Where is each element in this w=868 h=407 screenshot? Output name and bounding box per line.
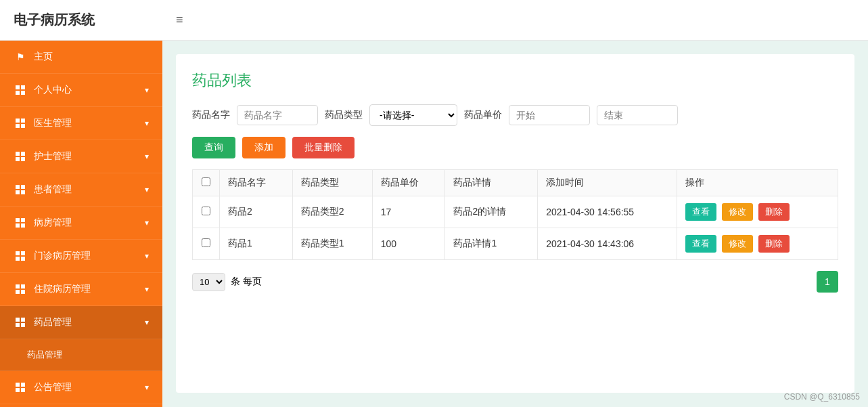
batch-delete-button[interactable]: 批量删除 — [292, 137, 355, 158]
price-label: 药品单价 — [464, 109, 502, 121]
delete-button[interactable]: 删除 — [758, 203, 790, 221]
select-all-checkbox[interactable] — [202, 177, 210, 186]
table-row: 药品1 药品类型1 100 药品详情1 2021-04-30 14:43:06 … — [193, 228, 838, 260]
view-button[interactable]: 查看 — [685, 235, 716, 253]
query-button[interactable]: 查询 — [192, 137, 235, 158]
view-button[interactable]: 查看 — [685, 203, 716, 221]
th-checkbox — [193, 170, 220, 196]
row-name: 药品1 — [220, 228, 293, 260]
app-title: 电子病历系统 — [14, 11, 176, 29]
row-type: 药品类型2 — [292, 196, 372, 228]
grid-icon-announcement — [14, 381, 27, 394]
watermark: CSDN @Q_6310855 — [784, 392, 860, 402]
header: 电子病历系统 ≡ — [0, 0, 868, 41]
grid-icon-personal — [14, 83, 27, 97]
chevron-down-icon-doctor: ▾ — [145, 119, 149, 128]
grid-icon-ward — [14, 216, 27, 230]
sidebar-item-ward-label: 病房管理 — [34, 217, 145, 229]
row-detail: 药品2的详情 — [445, 196, 538, 228]
sidebar-item-ward[interactable]: 病房管理 ▾ — [0, 207, 162, 240]
chevron-down-icon-outpatient: ▾ — [145, 251, 149, 261]
sidebar-item-home-label: 主页 — [34, 51, 149, 63]
row-actions: 查看 修改 删除 — [677, 228, 838, 260]
menu-toggle-icon[interactable]: ≡ — [176, 13, 183, 27]
table-header: 药品名字 药品类型 药品单价 药品详情 添加时间 操作 — [193, 170, 838, 196]
th-price: 药品单价 — [372, 170, 445, 196]
name-label: 药品名字 — [192, 109, 230, 121]
sidebar-item-patient-label: 患者管理 — [34, 184, 145, 196]
th-type: 药品类型 — [292, 170, 372, 196]
sidebar-item-outpatient[interactable]: 门诊病历管理 ▾ — [0, 240, 162, 273]
sidebar-item-home[interactable]: ⚑ 主页 — [0, 41, 162, 74]
delete-button[interactable]: 删除 — [758, 235, 790, 253]
row-actions: 查看 修改 删除 — [677, 196, 838, 228]
table-row: 药品2 药品类型2 17 药品2的详情 2021-04-30 14:56:55 … — [193, 196, 838, 228]
sidebar-item-inpatient[interactable]: 住院病历管理 ▾ — [0, 273, 162, 306]
grid-icon-patient — [14, 183, 27, 196]
sidebar-item-announcement[interactable]: 公告管理 ▾ — [0, 371, 162, 404]
table-body: 药品2 药品类型2 17 药品2的详情 2021-04-30 14:56:55 … — [193, 196, 838, 260]
flag-icon: ⚑ — [14, 50, 27, 64]
th-time: 添加时间 — [538, 170, 677, 196]
row-time: 2021-04-30 14:43:06 — [538, 228, 677, 260]
row-name: 药品2 — [220, 196, 293, 228]
grid-icon-doctor — [14, 116, 27, 130]
th-detail: 药品详情 — [445, 170, 538, 196]
table-header-row: 药品名字 药品类型 药品单价 药品详情 添加时间 操作 — [193, 170, 838, 196]
name-input[interactable] — [237, 105, 318, 125]
chevron-down-icon-announcement: ▾ — [145, 383, 149, 392]
th-name: 药品名字 — [220, 170, 293, 196]
row-type: 药品类型1 — [292, 228, 372, 260]
search-bar: 药品名字 药品类型 -请选择- 药品单价 — [192, 104, 838, 126]
per-page-label: 条 每页 — [231, 276, 262, 288]
sidebar-item-personal-label: 个人中心 — [34, 84, 145, 96]
sidebar-item-personal[interactable]: 个人中心 ▾ — [0, 74, 162, 107]
sidebar-item-nurse-label: 护士管理 — [34, 150, 145, 163]
chevron-down-icon-patient: ▾ — [145, 185, 149, 194]
page-1-button[interactable]: 1 — [817, 271, 838, 293]
grid-icon-nurse — [14, 150, 27, 163]
row-price: 17 — [372, 196, 445, 228]
chevron-down-icon-inpatient: ▾ — [145, 284, 149, 294]
per-page-select[interactable]: 102050 — [192, 273, 225, 291]
row-time: 2021-04-30 14:56:55 — [538, 196, 677, 228]
th-action: 操作 — [677, 170, 838, 196]
add-button[interactable]: 添加 — [242, 137, 285, 158]
sidebar-item-nurse[interactable]: 护士管理 ▾ — [0, 140, 162, 173]
sidebar-item-patient[interactable]: 患者管理 ▾ — [0, 173, 162, 207]
row-checkbox[interactable] — [202, 207, 210, 215]
sidebar-item-medicine-sub-label: 药品管理 — [27, 349, 149, 361]
row-checkbox[interactable] — [202, 238, 210, 247]
chevron-down-icon: ▾ — [145, 85, 149, 95]
grid-icon-medicine — [14, 316, 27, 329]
sidebar-item-doctor[interactable]: 医生管理 ▾ — [0, 107, 162, 140]
row-checkbox-cell — [193, 196, 220, 228]
page-title: 药品列表 — [192, 70, 838, 91]
chevron-down-icon-medicine: ▾ — [145, 318, 149, 327]
row-checkbox-cell — [193, 228, 220, 260]
edit-button[interactable]: 修改 — [722, 235, 753, 253]
sidebar-item-outpatient-label: 门诊病历管理 — [34, 250, 145, 262]
sidebar-item-medicine-sub[interactable]: 药品管理 — [0, 339, 162, 371]
sidebar-item-announcement-label: 公告管理 — [34, 381, 145, 393]
row-price: 100 — [372, 228, 445, 260]
type-select[interactable]: -请选择- — [369, 104, 457, 126]
grid-icon-outpatient — [14, 249, 27, 263]
sidebar-sub-medicine: 药品管理 — [0, 339, 162, 371]
medicine-table: 药品名字 药品类型 药品单价 药品详情 添加时间 操作 药品2 药品类型2 17… — [192, 169, 838, 260]
sidebar: ⚑ 主页 个人中心 ▾ 医生管理 ▾ 护士管理 ▾ — [0, 41, 162, 407]
main-content: 药品列表 药品名字 药品类型 -请选择- 药品单价 查询 添加 批量删除 — [162, 41, 868, 407]
chevron-down-icon-ward: ▾ — [145, 218, 149, 228]
pagination: 102050 条 每页 1 — [192, 271, 838, 293]
content-card: 药品列表 药品名字 药品类型 -请选择- 药品单价 查询 添加 批量删除 — [176, 54, 854, 393]
grid-icon-inpatient — [14, 282, 27, 296]
sidebar-item-medicine[interactable]: 药品管理 ▾ — [0, 306, 162, 339]
action-bar: 查询 添加 批量删除 — [192, 137, 838, 158]
price-start-input[interactable] — [509, 105, 590, 125]
edit-button[interactable]: 修改 — [722, 203, 753, 221]
chevron-down-icon-nurse: ▾ — [145, 152, 149, 161]
sidebar-item-medicine-label: 药品管理 — [34, 316, 145, 328]
price-end-input[interactable] — [597, 105, 678, 125]
sidebar-item-base-data[interactable]: 基础数据管理 — [0, 404, 162, 407]
row-detail: 药品详情1 — [445, 228, 538, 260]
